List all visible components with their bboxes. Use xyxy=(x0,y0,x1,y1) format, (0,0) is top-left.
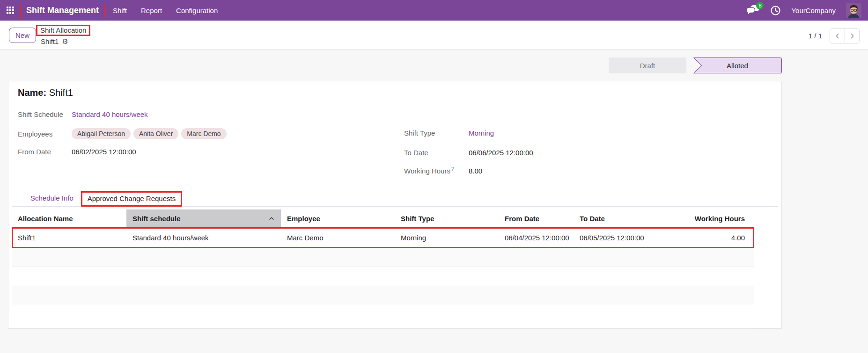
tab-approved-change-requests[interactable]: Approved Change Requests xyxy=(81,191,182,207)
cell-working-hours: 4.00 xyxy=(660,228,754,247)
control-panel: New Shift Allocation Shift1 ⚙ 1 / 1 xyxy=(0,21,868,50)
statusbar: Draft Alloted xyxy=(609,58,782,73)
breadcrumb-shift-allocation[interactable]: Shift Allocation xyxy=(40,26,86,34)
annotation-box-brand: Shift Management xyxy=(20,3,105,18)
to-date-value[interactable]: 06/06/2025 12:00:00 xyxy=(469,149,533,157)
notebook-tabs: Schedule Info Approved Change Requests xyxy=(12,191,778,207)
from-date-label: From Date xyxy=(18,148,72,156)
shift-schedule-value[interactable]: Standard 40 hours/week xyxy=(72,110,148,118)
empty-row xyxy=(12,286,754,304)
record-title: Name: Shift1 xyxy=(18,87,73,98)
cell-shift-type: Morning xyxy=(395,228,499,247)
pager: 1 / 1 xyxy=(809,28,860,43)
menu-configuration[interactable]: Configuration xyxy=(176,7,218,14)
employee-tag[interactable]: Anita Oliver xyxy=(133,128,178,139)
col-header-working-hours[interactable]: Working Hours xyxy=(660,209,754,227)
topbar-right: 8 YourCompany xyxy=(746,3,861,18)
form-sheet: Name: Shift1 Shift Schedule Standard 40 … xyxy=(8,81,782,329)
form-view: Draft Alloted Name: Shift1 Shift Schedul… xyxy=(0,50,868,353)
name-value[interactable]: Shift1 xyxy=(49,87,73,98)
user-avatar[interactable] xyxy=(846,3,861,18)
menu-shift[interactable]: Shift xyxy=(113,7,127,14)
employees-label: Employees xyxy=(18,130,72,138)
shift-type-value[interactable]: Morning xyxy=(469,129,494,137)
chevron-left-icon xyxy=(835,33,840,39)
working-hours-value[interactable]: 8.00 xyxy=(469,167,482,175)
name-label: Name: xyxy=(18,87,46,98)
col-header-from-date[interactable]: From Date xyxy=(499,209,574,227)
menu-report[interactable]: Report xyxy=(141,7,162,14)
employees-tags: Abigail Peterson Anita Oliver Marc Demo xyxy=(72,128,227,139)
gear-icon[interactable]: ⚙ xyxy=(62,38,68,45)
top-menu: Shift Report Configuration xyxy=(113,7,218,14)
empty-row xyxy=(12,304,754,328)
sort-asc-icon xyxy=(269,217,274,220)
breadcrumb-record-name: Shift1 xyxy=(41,37,59,45)
col-header-to-date[interactable]: To Date xyxy=(574,209,660,227)
activity-clock-icon[interactable] xyxy=(770,5,781,16)
table-row[interactable]: Shift1 Standard 40 hours/week Marc Demo … xyxy=(12,228,754,248)
apps-grid-icon[interactable] xyxy=(7,7,14,14)
shift-schedule-label: Shift Schedule xyxy=(18,110,72,118)
breadcrumb: Shift Allocation Shift1 ⚙ xyxy=(36,25,90,45)
pager-count: 1 / 1 xyxy=(809,32,822,40)
message-count-badge: 8 xyxy=(756,2,764,9)
empty-row xyxy=(12,248,754,267)
statusbar-step-draft[interactable]: Draft xyxy=(609,58,686,73)
cell-from-date: 06/04/2025 12:00:00 xyxy=(499,228,574,247)
pager-next-button[interactable] xyxy=(845,29,859,43)
help-icon[interactable]: ? xyxy=(451,166,454,172)
shift-type-label: Shift Type xyxy=(404,129,469,137)
empty-row xyxy=(12,267,754,286)
table-header-row: Allocation Name Shift schedule Employee … xyxy=(12,209,754,228)
statusbar-step-alloted-label: Alloted xyxy=(727,62,748,70)
cell-employee: Marc Demo xyxy=(281,228,395,247)
app-brand[interactable]: Shift Management xyxy=(26,6,99,15)
annotation-box-breadcrumb: Shift Allocation xyxy=(36,25,90,36)
cell-allocation-name: Shift1 xyxy=(12,228,126,247)
from-date-value[interactable]: 06/02/2025 12:00:00 xyxy=(72,148,136,156)
cell-shift-schedule: Standard 40 hours/week xyxy=(126,228,281,247)
topbar: Shift Management Shift Report Configurat… xyxy=(0,0,868,21)
col-header-allocation-name[interactable]: Allocation Name xyxy=(12,209,126,227)
change-requests-table: Allocation Name Shift schedule Employee … xyxy=(12,209,754,328)
company-switcher[interactable]: YourCompany xyxy=(791,7,836,14)
new-button[interactable]: New xyxy=(9,28,36,43)
cell-to-date: 06/05/2025 12:00:00 xyxy=(574,228,660,247)
statusbar-step-alloted[interactable]: Alloted xyxy=(693,58,782,73)
col-header-shift-type[interactable]: Shift Type xyxy=(395,209,499,227)
employee-tag[interactable]: Marc Demo xyxy=(181,128,226,139)
col-header-shift-schedule-label: Shift schedule xyxy=(132,215,181,223)
pager-previous-button[interactable] xyxy=(830,29,845,43)
working-hours-label: Working Hours? xyxy=(404,166,469,175)
to-date-label: To Date xyxy=(404,149,469,157)
avatar-image xyxy=(846,3,861,18)
col-header-employee[interactable]: Employee xyxy=(281,209,395,227)
col-header-shift-schedule[interactable]: Shift schedule xyxy=(126,209,281,227)
chevron-right-icon xyxy=(849,33,855,39)
statusbar-arrow xyxy=(686,58,693,73)
employee-tag[interactable]: Abigail Peterson xyxy=(72,128,131,139)
tab-schedule-info[interactable]: Schedule Info xyxy=(23,191,81,206)
messages-button[interactable]: 8 xyxy=(746,4,760,16)
